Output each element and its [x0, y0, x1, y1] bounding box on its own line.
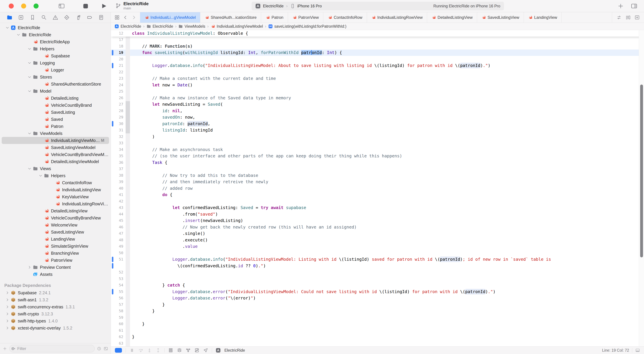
location-icon[interactable]: [203, 348, 208, 353]
line-number[interactable]: 28: [111, 109, 123, 113]
line-number[interactable]: 49: [111, 244, 123, 248]
code-line-58[interactable]: 58 }: [111, 308, 644, 314]
fold-ribbon[interactable]: [126, 159, 130, 166]
code-text[interactable]: id: nil,: [130, 108, 182, 113]
code-text[interactable]: // Make a constant with the current date…: [130, 76, 276, 81]
fold-ribbon[interactable]: [126, 146, 130, 153]
sidebar-item-model[interactable]: Model: [2, 88, 109, 95]
code-text[interactable]: // (so the user interface and other part…: [130, 154, 402, 158]
code-text[interactable]: // added row: [130, 186, 192, 191]
fold-ribbon[interactable]: [126, 133, 130, 140]
debug-navigator-icon[interactable]: [76, 15, 81, 20]
sidebar-item-individuallistingviewmodel[interactable]: IndividualListingViewModelM: [2, 137, 109, 144]
fold-ribbon[interactable]: [126, 301, 130, 308]
fold-ribbon[interactable]: [126, 256, 130, 263]
code-line-39[interactable]: 39 // and then immediately retreive the …: [111, 179, 644, 185]
line-number[interactable]: 56: [111, 296, 123, 300]
sidebar-item-logger[interactable]: Logger: [2, 67, 109, 74]
sidebar-item-vehiclecountbybrandviewmodel[interactable]: VehicleCountByBrandViewModel: [2, 151, 109, 158]
fold-ribbon[interactable]: [126, 37, 130, 43]
nav-back-icon[interactable]: [123, 15, 128, 20]
sidebar-item-contactinforow[interactable]: ContactInfoRow: [2, 179, 109, 186]
code-line-63[interactable]: 63: [111, 340, 644, 346]
breakpoints-navigator-icon[interactable]: [87, 15, 92, 20]
code-text[interactable]: // Now try to add this to the database: [130, 173, 258, 178]
fold-ribbon[interactable]: [126, 127, 130, 134]
code-line-62[interactable]: 62}: [111, 334, 644, 340]
line-number[interactable]: 38: [111, 173, 123, 178]
overrides-icon[interactable]: [194, 348, 200, 353]
code-text[interactable]: let confirmedSavedListing: Saved = try a…: [130, 205, 306, 210]
disclosure-slot[interactable]: [37, 174, 44, 178]
code-line-36[interactable]: 36 Task {: [111, 159, 644, 166]
fold-ribbon[interactable]: [126, 50, 130, 56]
breadcrumb-item[interactable]: ViewModels: [178, 24, 205, 29]
disclosure-slot[interactable]: [4, 26, 11, 30]
tab-landingview[interactable]: LandingView: [524, 12, 562, 23]
disclosure-slot[interactable]: [4, 291, 11, 295]
close-button[interactable]: [9, 4, 14, 9]
fold-ribbon[interactable]: [126, 82, 130, 88]
disclosure-chevron-icon[interactable]: [28, 75, 32, 79]
sidebar-item-sharedauthenticationstore[interactable]: SharedAuthenticationStore: [2, 81, 109, 88]
disclosure-chevron-icon[interactable]: [28, 47, 32, 51]
view-hierarchy-icon[interactable]: [177, 348, 182, 353]
package-item-xctest-dynamic-overlay[interactable]: xctest-dynamic-overlay1.5.2: [2, 324, 109, 331]
fold-ribbon[interactable]: [126, 275, 130, 282]
code-line-54[interactable]: 54 } catch {: [111, 282, 644, 288]
sidebar-item-welcomeview[interactable]: WelcomeView: [2, 221, 109, 228]
tab-individualli-gviewmodel[interactable]: IndividualLi...gViewModel: [140, 12, 200, 23]
fold-ribbon[interactable]: [126, 314, 130, 321]
tab-sharedauth-icationstore[interactable]: SharedAuth...icationStore: [200, 12, 261, 23]
issues-navigator-icon[interactable]: [52, 15, 58, 20]
code-line-21[interactable]: 21 Logger.database.info("IndividualListi…: [111, 62, 644, 69]
sidebar-item-keyvalueview[interactable]: KeyValueView: [2, 193, 109, 200]
sidebar-item-logging[interactable]: Logging: [2, 59, 109, 67]
disclosure-slot[interactable]: [26, 167, 33, 171]
code-text[interactable]: .insert(newSavedListing): [130, 218, 243, 223]
line-number[interactable]: 60: [111, 322, 123, 326]
filter-field[interactable]: Filter: [10, 345, 94, 352]
library-add-icon[interactable]: [618, 3, 624, 9]
package-item-swift-crypto[interactable]: swift-crypto3.12.3: [2, 310, 109, 317]
code-line-38[interactable]: 38 // Now try to add this to the databas…: [111, 172, 644, 179]
line-number[interactable]: 47: [111, 231, 123, 236]
disclosure-slot[interactable]: [4, 326, 11, 330]
line-number[interactable]: 37: [111, 167, 123, 171]
fold-ribbon[interactable]: [126, 75, 130, 82]
code-line-17[interactable]: 17: [111, 37, 644, 43]
disclosure-slot[interactable]: [4, 298, 11, 302]
code-line-40[interactable]: 40 // added row: [111, 185, 644, 192]
line-number[interactable]: 42: [111, 199, 123, 203]
line-number[interactable]: 34: [111, 147, 123, 152]
disclosure-chevron-icon[interactable]: [28, 131, 32, 135]
fold-ribbon[interactable]: [126, 69, 130, 75]
fold-ribbon[interactable]: [126, 224, 130, 230]
fold-ribbon[interactable]: [126, 30, 130, 37]
code-text[interactable]: savedOn: now,: [130, 115, 195, 120]
line-number[interactable]: 26: [111, 96, 123, 100]
scheme-device-label[interactable]: iPhone 16 Pro: [297, 4, 322, 9]
line-number[interactable]: 57: [111, 302, 123, 307]
disclosure-slot[interactable]: [26, 131, 33, 135]
sidebar-item-electricride[interactable]: ElectricRide: [2, 31, 109, 38]
fold-ribbon[interactable]: [126, 185, 130, 192]
line-number[interactable]: 46: [111, 225, 123, 229]
related-grid-icon[interactable]: [114, 15, 120, 20]
line-number[interactable]: 40: [111, 186, 123, 190]
code-line-53[interactable]: 53: [111, 275, 644, 282]
sidebar-item-views[interactable]: Views: [2, 165, 109, 172]
code-text[interactable]: patronId: patronId,: [130, 121, 210, 126]
fold-ribbon[interactable]: [126, 140, 130, 146]
code-text[interactable]: class IndividualListingViewModel: Observ…: [130, 31, 248, 36]
fold-ribbon[interactable]: [126, 237, 130, 243]
code-line-61[interactable]: 61: [111, 327, 644, 334]
line-number[interactable]: 50: [111, 251, 123, 255]
fold-ribbon[interactable]: [126, 269, 130, 276]
tab-savedlistingview[interactable]: SavedListingView: [477, 12, 524, 23]
disclosure-chevron-icon[interactable]: [5, 291, 10, 295]
sidebar-item-savedlistingview[interactable]: SavedListingView: [2, 228, 109, 236]
code-line-57[interactable]: 57 }: [111, 301, 644, 308]
nav-forward-icon[interactable]: [131, 15, 136, 20]
code-line-33[interactable]: 33: [111, 140, 644, 146]
